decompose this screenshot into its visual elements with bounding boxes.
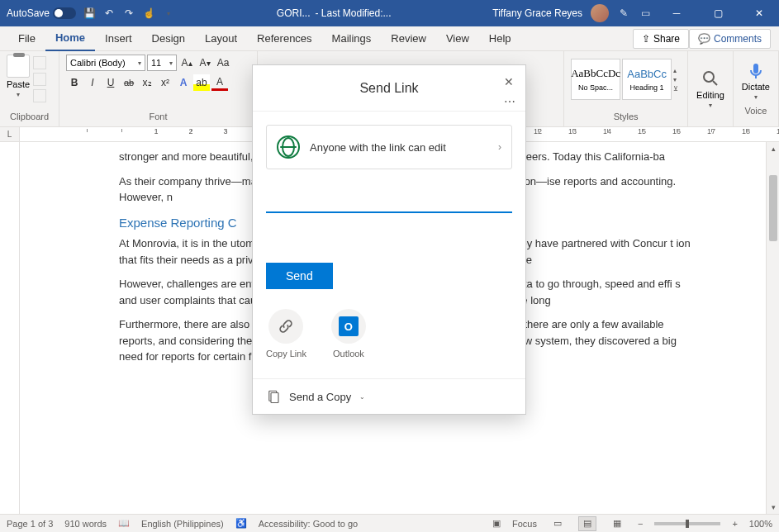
tab-home[interactable]: Home: [45, 26, 95, 51]
zoom-in-button[interactable]: +: [732, 519, 737, 529]
recipient-input[interactable]: [266, 186, 512, 213]
user-avatar[interactable]: [591, 4, 609, 22]
style-heading1[interactable]: AaBbCc Heading 1: [622, 59, 672, 100]
editing-label: Editing: [696, 90, 724, 100]
vertical-scrollbar[interactable]: ▴ ▾: [766, 142, 779, 514]
globe-icon: [277, 135, 300, 159]
font-size-select[interactable]: 11 ▾: [147, 55, 177, 71]
vertical-ruler[interactable]: [0, 142, 20, 514]
font-color-button[interactable]: A: [211, 74, 228, 91]
styles-more-icon[interactable]: ⊻: [673, 85, 678, 93]
chevron-down-icon[interactable]: ▾: [17, 91, 20, 98]
undo-icon[interactable]: ↶: [102, 7, 116, 20]
paste-icon: [7, 55, 30, 78]
italic-button[interactable]: I: [84, 74, 101, 91]
mic-icon[interactable]: [746, 60, 766, 80]
copy-link-button[interactable]: Copy Link: [266, 309, 306, 359]
more-options-button[interactable]: ⋯: [504, 95, 517, 108]
zoom-level[interactable]: 100%: [749, 519, 772, 529]
superscript-button[interactable]: x²: [157, 74, 173, 91]
link-settings-button[interactable]: Anyone with the link can edit ›: [266, 125, 512, 169]
styles-up-icon[interactable]: ▴: [673, 67, 678, 74]
autosave-label: AutoSave: [7, 7, 50, 19]
tab-design[interactable]: Design: [142, 26, 195, 51]
modified-label: - Last Modified:...: [315, 7, 391, 19]
scroll-down-icon[interactable]: ▾: [767, 501, 779, 514]
paste-button[interactable]: Paste ▾: [7, 55, 30, 102]
style-no-spacing[interactable]: AaBbCcDc No Spac...: [571, 59, 620, 100]
dictate-label: Dictate: [742, 82, 770, 92]
web-layout-button[interactable]: ▦: [608, 516, 626, 531]
grow-font-button[interactable]: A▴: [178, 55, 195, 71]
font-name-select[interactable]: Calibri (Body) ▾: [66, 55, 145, 71]
read-mode-button[interactable]: ▭: [549, 516, 567, 531]
style-preview: AaBbCc: [627, 68, 667, 80]
paste-label: Paste: [7, 79, 30, 89]
subscript-button[interactable]: x₂: [139, 74, 155, 91]
toggle-switch[interactable]: [53, 7, 76, 19]
focus-icon[interactable]: ▣: [492, 518, 501, 529]
share-button[interactable]: ⇪ Share: [633, 29, 689, 49]
ribbon-display-icon[interactable]: ▭: [639, 7, 652, 20]
chevron-down-icon: ▾: [138, 59, 141, 67]
style-label: No Spac...: [578, 83, 613, 92]
qat-dropdown-icon[interactable]: ▾: [162, 7, 175, 20]
underline-button[interactable]: U: [102, 74, 119, 91]
editing-icon[interactable]: [701, 69, 720, 88]
zoom-out-button[interactable]: −: [638, 519, 643, 529]
zoom-slider[interactable]: [654, 522, 720, 525]
tab-mailings[interactable]: Mailings: [322, 26, 382, 51]
minimize-button[interactable]: ─: [660, 0, 693, 26]
tab-review[interactable]: Review: [381, 26, 436, 51]
scroll-up-icon[interactable]: ▴: [767, 142, 779, 155]
style-label: Heading 1: [630, 83, 664, 92]
shrink-font-button[interactable]: A▾: [197, 55, 213, 71]
highlight-button[interactable]: ab: [193, 74, 210, 91]
format-painter-icon[interactable]: [33, 89, 46, 102]
share-label: Share: [653, 33, 680, 45]
clipboard-group: Paste ▾ Clipboard: [0, 51, 59, 126]
tab-layout[interactable]: Layout: [195, 26, 247, 51]
change-case-button[interactable]: Aa: [215, 55, 231, 71]
share-icon: ⇪: [642, 33, 650, 45]
autosave-toggle[interactable]: AutoSave: [7, 7, 76, 19]
bold-button[interactable]: B: [66, 74, 83, 91]
text-effects-button[interactable]: A: [175, 74, 192, 91]
chevron-down-icon[interactable]: ▾: [709, 102, 712, 109]
focus-mode[interactable]: Focus: [512, 519, 537, 529]
strike-button[interactable]: ab: [121, 74, 137, 91]
tab-help[interactable]: Help: [479, 26, 521, 51]
cut-icon[interactable]: [33, 56, 46, 69]
chevron-down-icon[interactable]: ▾: [754, 93, 758, 101]
save-icon[interactable]: 💾: [83, 7, 96, 20]
tab-insert[interactable]: Insert: [95, 26, 142, 51]
voice-group: Dictate ▾ Voice: [734, 51, 779, 126]
touch-mode-icon[interactable]: ☝: [142, 7, 155, 20]
redo-icon[interactable]: ↷: [122, 7, 135, 20]
tab-references[interactable]: References: [247, 26, 321, 51]
ruler-tick: 3: [208, 127, 243, 135]
comment-icon: 💬: [698, 33, 710, 45]
close-dialog-button[interactable]: ✕: [501, 74, 517, 90]
page-indicator[interactable]: Page 1 of 3: [7, 519, 53, 529]
accessibility-status[interactable]: Accessibility: Good to go: [259, 519, 358, 529]
spellcheck-icon[interactable]: 📖: [118, 518, 130, 529]
language-indicator[interactable]: English (Philippines): [141, 519, 224, 529]
voice-group-label: Voice: [744, 106, 767, 117]
close-window-button[interactable]: ✕: [743, 0, 776, 26]
outlook-button[interactable]: O Outlook: [331, 309, 366, 359]
tab-view[interactable]: View: [436, 26, 479, 51]
send-button[interactable]: Send: [266, 263, 333, 289]
copy-icon[interactable]: [33, 73, 46, 86]
ruler-tick: 19: [763, 127, 779, 135]
word-count[interactable]: 910 words: [64, 519, 107, 529]
pen-icon[interactable]: ✎: [617, 7, 630, 20]
tab-file[interactable]: File: [8, 26, 45, 51]
comments-button[interactable]: 💬 Comments: [689, 29, 771, 49]
scrollbar-thumb[interactable]: [769, 175, 777, 241]
styles-down-icon[interactable]: ▾: [673, 76, 678, 83]
maximize-button[interactable]: ▢: [701, 0, 734, 26]
print-layout-button[interactable]: ▤: [578, 516, 596, 531]
title-bar: AutoSave 💾 ↶ ↷ ☝ ▾ GORI... - Last Modifi…: [0, 0, 779, 26]
send-copy-button[interactable]: Send a Copy ⌄: [253, 378, 525, 414]
